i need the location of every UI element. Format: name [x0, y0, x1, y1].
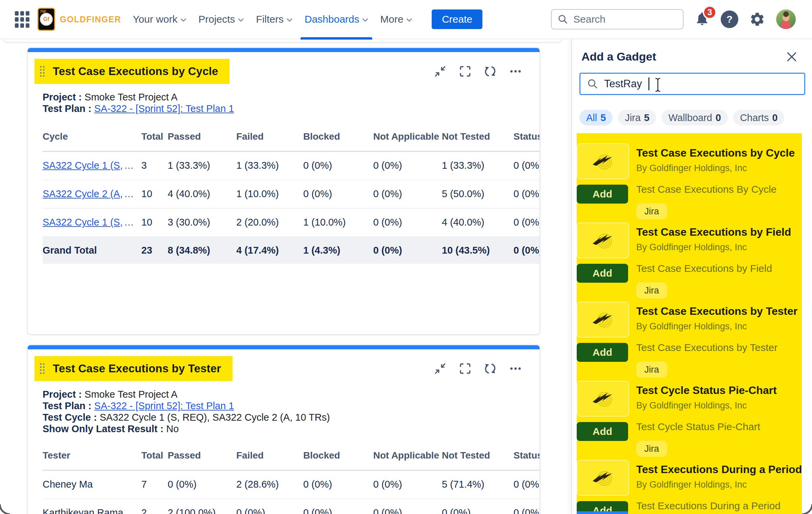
more-options-button[interactable]	[509, 363, 522, 375]
gadget2-meta: Project : Smoke Test Project ATest Plan …	[43, 389, 540, 435]
top-navbar: 79F Gf GOLDFINGER Your work Projects Fil…	[0, 0, 812, 39]
nav-item-filters[interactable]: Filters	[251, 0, 297, 39]
table-cell: 1 (33.3%)	[168, 151, 236, 180]
jira-dashboard-page: 79F Gf GOLDFINGER Your work Projects Fil…	[0, 0, 812, 514]
gadget-meta-line: Test Cycle : SA322 Cycle 1 (S, REQ), SA3…	[43, 412, 540, 423]
gadget-accent-bar	[27, 47, 540, 52]
filter-chip-label: Jira	[625, 112, 641, 123]
table-cell: 2 (20.0%)	[236, 208, 303, 237]
gear-icon	[749, 11, 765, 27]
add-gadget-button[interactable]: Add	[577, 185, 628, 204]
filter-chip-count: 5	[600, 112, 606, 123]
cycle-link[interactable]: SA322 Cycle 2 (A,	[43, 188, 123, 199]
clipped-element-edge	[577, 511, 628, 514]
expand-gadget-button[interactable]	[459, 363, 471, 375]
table-cell: 0 (0%)	[373, 208, 442, 237]
gadget-item-title: Test Executions During a Period	[636, 463, 802, 476]
collapse-gadget-button[interactable]	[434, 65, 446, 77]
search-icon	[587, 78, 598, 89]
chevron-down-icon	[238, 18, 244, 22]
table-cell: 10 (43.5%)	[442, 237, 514, 264]
nav-item-dashboards[interactable]: Dashboards	[300, 0, 373, 39]
help-button[interactable]: ?	[721, 10, 738, 28]
expand-icon	[459, 363, 471, 375]
table-cell: 0 (0%)	[514, 237, 540, 264]
nav-item-more[interactable]: More	[376, 0, 417, 39]
chevron-down-icon	[287, 18, 292, 22]
add-gadget-button[interactable]: Add	[577, 343, 628, 362]
table-cell: 4 (40.0%)	[168, 180, 236, 208]
test-plan-link[interactable]: SA-322 - [Sprint 52]: Test Plan 1	[94, 103, 234, 114]
filter-chip-jira[interactable]: Jira 5	[618, 110, 656, 125]
filter-chip-all[interactable]: All 5	[579, 110, 613, 125]
gadget-item-author: By Goldfinger Holdings, Inc	[636, 480, 802, 490]
gadget-accent-bar	[27, 345, 540, 349]
row-name: Cheney Ma	[43, 479, 93, 490]
close-panel-button[interactable]	[786, 51, 798, 63]
ellipsis-icon	[509, 363, 522, 375]
gadget-body: Test Case Executions by Tester	[28, 349, 540, 514]
collapse-gadget-button[interactable]	[434, 363, 446, 375]
more-options-button[interactable]	[509, 65, 522, 77]
test-plan-link[interactable]: SA-322 - [Sprint 52]: Test Plan 1	[94, 400, 234, 411]
gadget-search-input[interactable]: TestRay	[579, 73, 805, 95]
table-cell: 1 (10.0%)	[303, 208, 373, 237]
table-cell: 2 (100.0%)	[168, 499, 236, 514]
table-cell: 0 (0%)	[514, 180, 540, 208]
gadget-result-item-test-case-executions-by-tester: Add Test Case Executions by Tester By Go…	[577, 302, 802, 381]
global-search-input[interactable]: Search	[551, 9, 684, 29]
create-button[interactable]: Create	[432, 9, 482, 29]
table-cell: 0 (0%)	[373, 499, 442, 514]
nav-item-projects[interactable]: Projects	[194, 0, 248, 39]
table-cell: 1 (33.3%)	[236, 151, 303, 180]
notifications-button[interactable]: 3	[694, 11, 710, 28]
table-cell: 0 (0%)	[514, 208, 540, 237]
drag-handle-icon[interactable]	[40, 66, 45, 77]
table-cell: 23	[141, 237, 168, 264]
text-caret	[648, 77, 649, 90]
search-placeholder: Search	[573, 14, 605, 25]
gadget-title: Test Case Executions by Cycle	[53, 65, 218, 78]
gadget-icon-tile	[577, 460, 629, 496]
table-row: SA322 Cycle 1 (S,…31 (33.3%)1 (33.3%)0 (…	[43, 151, 540, 180]
refresh-icon	[484, 65, 496, 77]
table-row: SA322 Cycle 1 (S,…103 (30.0%)2 (20.0%)1 …	[43, 208, 540, 237]
gadget-actions	[434, 363, 522, 375]
gadget-header: Test Case Executions by Tester	[43, 356, 540, 381]
filter-chip-charts[interactable]: Charts 0	[733, 110, 785, 125]
gadget-result-item-test-case-executions-by-field: Add Test Case Executions by Field By Gol…	[577, 223, 802, 302]
gadget-meta-line: Test Plan : SA-322 - [Sprint 52]: Test P…	[43, 400, 540, 412]
gadget-icon-tile	[577, 223, 629, 258]
add-gadget-button[interactable]: Add	[577, 264, 628, 283]
testray-bolt-icon	[592, 310, 614, 329]
drag-handle-icon[interactable]	[40, 363, 45, 374]
meta-value: Smoke Test Project A	[85, 92, 177, 102]
table-cell: 0 (0%)	[514, 470, 540, 499]
panel-header: Add a Gadget	[572, 39, 812, 63]
gadget-body: Test Case Executions by Cycle	[28, 52, 540, 264]
table-cell: 0 (0%)	[303, 499, 373, 514]
refresh-gadget-button[interactable]	[484, 363, 496, 375]
primary-nav: Your work Projects Filters Dashboards Mo…	[128, 0, 417, 39]
cycle-link[interactable]: SA322 Cycle 1 (S,	[43, 217, 123, 228]
navbar-left: 79F Gf GOLDFINGER Your work Projects Fil…	[15, 0, 482, 39]
dashboard-main: Test Case Executions by Cycle	[0, 39, 571, 514]
app-switcher-icon[interactable]	[15, 11, 29, 28]
column-header-not-applicable: Not Applicable	[373, 445, 442, 470]
meta-value: SA322 Cycle 1 (S, REQ), SA322 Cycle 2 (A…	[100, 412, 330, 423]
settings-button[interactable]	[749, 11, 765, 27]
column-header-not-applicable: Not Applicable	[373, 126, 442, 151]
nav-item-your-work[interactable]: Your work	[128, 0, 191, 39]
user-avatar[interactable]	[776, 9, 796, 29]
filter-chip-wallboard[interactable]: Wallboard 0	[662, 110, 728, 125]
navbar-right: Search 3 ?	[551, 9, 796, 29]
testray-bolt-icon	[592, 468, 614, 487]
table-cell: 2	[141, 499, 168, 514]
table-cell: 0 (0%)	[442, 499, 514, 514]
gadget-title: Test Case Executions by Tester	[53, 362, 221, 375]
cycle-link[interactable]: SA322 Cycle 1 (S,	[43, 160, 123, 171]
expand-gadget-button[interactable]	[459, 65, 471, 77]
add-gadget-button[interactable]: Add	[577, 422, 628, 441]
refresh-gadget-button[interactable]	[484, 65, 496, 77]
brand-logo[interactable]: 79F Gf GOLDFINGER	[38, 8, 121, 31]
